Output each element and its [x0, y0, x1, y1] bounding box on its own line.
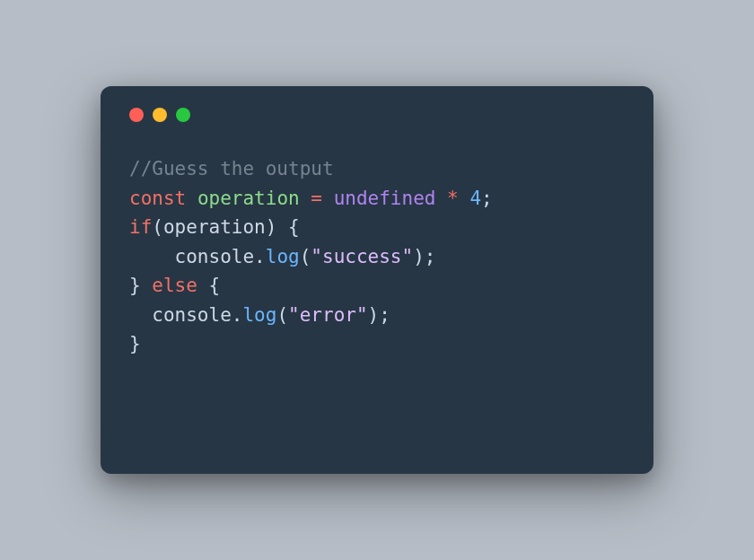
space	[322, 188, 334, 209]
var-ref: operation	[163, 216, 266, 238]
code-block: //Guess the output const operation = und…	[129, 154, 625, 359]
num-literal: 4	[469, 188, 481, 209]
lbrace: {	[288, 216, 300, 238]
close-icon[interactable]	[129, 108, 144, 122]
space	[435, 188, 447, 209]
rbrace: }	[129, 275, 141, 296]
code-window: //Guess the output const operation = und…	[101, 86, 653, 474]
semi: ;	[379, 304, 390, 326]
ident-console: console	[175, 246, 255, 267]
indent	[129, 246, 175, 267]
const-undefined: undefined	[334, 188, 436, 209]
kw-const: const	[129, 188, 186, 209]
semi: ;	[481, 188, 493, 209]
lparen: (	[152, 216, 163, 238]
indent	[129, 304, 152, 326]
rparen: )	[413, 246, 425, 267]
kw-else: else	[152, 275, 197, 296]
space	[459, 188, 470, 209]
code-comment: //Guess the output	[129, 158, 334, 179]
dot: .	[254, 246, 266, 267]
str-error: "error"	[288, 304, 368, 326]
traffic-lights	[129, 108, 625, 122]
fn-log: log	[242, 304, 276, 326]
lparen: (	[300, 246, 311, 267]
dot: .	[232, 304, 243, 326]
fn-log: log	[266, 246, 300, 267]
str-success: "success"	[311, 246, 413, 267]
var-name: operation	[197, 188, 300, 209]
space	[197, 275, 209, 296]
space	[276, 216, 288, 238]
lbrace: {	[209, 275, 221, 296]
op-eq: =	[311, 188, 322, 209]
rparen: )	[368, 304, 380, 326]
op-mul: *	[447, 188, 459, 209]
ident-console: console	[152, 304, 232, 326]
space	[186, 188, 197, 209]
lparen: (	[276, 304, 288, 326]
maximize-icon[interactable]	[176, 108, 190, 122]
space	[141, 275, 153, 296]
kw-if: if	[129, 216, 152, 238]
rbrace: }	[129, 333, 141, 354]
rparen: )	[266, 216, 277, 238]
space	[300, 188, 311, 209]
semi: ;	[425, 246, 436, 267]
minimize-icon[interactable]	[153, 108, 167, 122]
